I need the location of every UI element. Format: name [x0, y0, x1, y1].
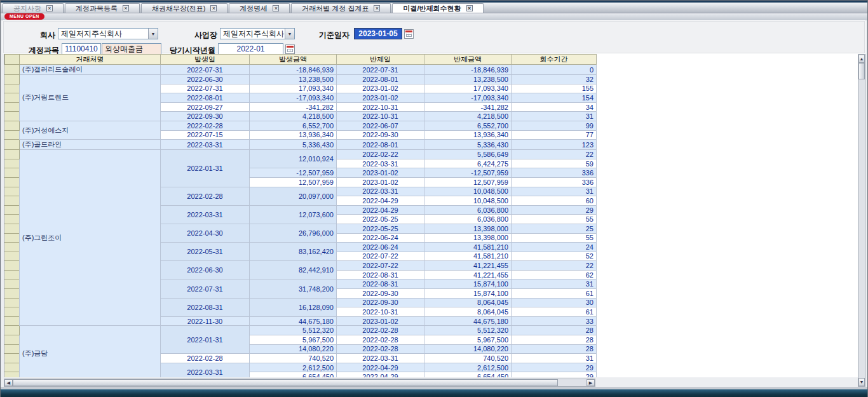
occur-amount-cell[interactable]: 5,512,320 [250, 326, 337, 335]
settle-date-cell[interactable]: 2022-06-24 [337, 233, 424, 243]
collection-days-cell[interactable]: 52 [512, 252, 597, 261]
row-header-cell[interactable] [5, 187, 20, 196]
base-date-input[interactable]: 2023-01-05 [354, 28, 402, 39]
settle-amount-cell[interactable]: 740,520 [424, 354, 512, 363]
tab-close-icon[interactable]: × [374, 5, 380, 11]
settle-date-cell[interactable]: 2022-07-31 [337, 65, 424, 75]
settle-amount-cell[interactable]: 6,036,800 [424, 215, 512, 224]
row-header-cell[interactable] [5, 261, 20, 271]
occur-amount-cell[interactable]: -18,846,939 [250, 65, 337, 75]
settle-date-cell[interactable]: 2022-02-22 [337, 150, 424, 159]
occur-date-cell[interactable]: 2022-01-31 [161, 150, 250, 187]
row-header-cell[interactable] [5, 372, 20, 377]
settle-amount-cell[interactable]: 15,874,100 [424, 279, 512, 289]
settle-amount-cell[interactable]: 5,512,320 [424, 326, 512, 335]
settle-amount-cell[interactable]: 8,064,045 [424, 307, 512, 317]
settle-amount-cell[interactable]: 2,612,500 [424, 363, 512, 372]
row-header-cell[interactable] [5, 205, 20, 215]
customer-name-cell[interactable]: (주)골드라인 [20, 140, 161, 150]
occur-amount-cell[interactable]: 14,080,220 [250, 344, 337, 354]
occur-amount-cell[interactable]: 16,128,090 [250, 298, 337, 316]
occur-date-cell[interactable]: 2022-08-31 [161, 298, 250, 316]
collection-days-cell[interactable]: 31 [512, 187, 597, 196]
collection-days-cell[interactable]: 29 [512, 205, 597, 215]
col-header-occur-date[interactable]: 발생일 [161, 55, 250, 65]
occur-amount-cell[interactable]: 83,162,420 [250, 243, 337, 261]
occur-date-cell[interactable]: 2022-03-31 [161, 363, 250, 377]
occur-amount-cell[interactable]: -341,282 [250, 102, 337, 112]
collection-days-cell[interactable]: 30 [512, 298, 597, 307]
settle-date-cell[interactable]: 2022-04-29 [337, 205, 424, 215]
chevron-down-icon[interactable]: ▼ [285, 29, 294, 39]
tab-6[interactable]: 미결/반제회수현황× [392, 3, 483, 13]
settle-amount-cell[interactable]: 5,586,649 [424, 150, 512, 159]
occur-date-cell[interactable]: 2022-09-27 [161, 102, 250, 112]
occur-amount-cell[interactable]: 20,097,000 [250, 187, 337, 205]
collection-days-cell[interactable]: 25 [512, 224, 597, 233]
row-header-cell[interactable] [5, 150, 20, 159]
settle-date-cell[interactable]: 2022-06-24 [337, 243, 424, 252]
collection-days-cell[interactable]: 33 [512, 316, 597, 326]
settle-date-cell[interactable]: 2023-01-02 [337, 93, 424, 103]
row-header-cell[interactable] [5, 354, 20, 363]
settle-date-cell[interactable]: 2022-08-31 [337, 279, 424, 289]
settle-date-cell[interactable]: 2022-09-30 [337, 289, 424, 299]
occur-amount-cell[interactable]: 5,336,430 [250, 140, 337, 150]
horizontal-scrollbar[interactable]: ◀ ▶ [4, 379, 595, 387]
vertical-scrollbar[interactable]: ▲ ▼ [858, 54, 865, 387]
settle-amount-cell[interactable]: 14,080,220 [424, 344, 512, 354]
tab-close-icon[interactable]: × [46, 5, 53, 11]
customer-name-cell[interactable]: (주)금담 [20, 326, 161, 377]
row-header-cell[interactable] [5, 215, 20, 224]
account-code-input[interactable]: 11100410 [62, 43, 101, 55]
occur-date-cell[interactable]: 2022-07-15 [161, 130, 250, 140]
table-row[interactable]: (주)골드라인2022-03-315,336,4302022-08-015,33… [5, 140, 597, 150]
customer-name-cell[interactable]: (주)갤러리드솔레이 [20, 65, 161, 75]
row-header-cell[interactable] [5, 243, 20, 252]
occur-amount-cell[interactable]: 26,796,000 [250, 224, 337, 242]
col-header-customer[interactable]: 거래처명 [20, 55, 161, 65]
occur-amount-cell[interactable]: 12,010,924 [250, 150, 337, 168]
row-header-cell[interactable] [5, 316, 20, 326]
settle-date-cell[interactable]: 2022-03-31 [337, 354, 424, 363]
collection-days-cell[interactable]: 61 [512, 289, 597, 299]
table-row[interactable]: (주)갤러리드솔레이2022-07-31-18,846,9392022-07-3… [5, 65, 597, 75]
occur-date-cell[interactable]: 2022-07-31 [161, 279, 250, 298]
occur-date-cell[interactable]: 2022-02-28 [161, 187, 250, 205]
occur-amount-cell[interactable]: -17,093,340 [250, 93, 337, 103]
settle-date-cell[interactable]: 2022-05-25 [337, 215, 424, 224]
tab-close-icon[interactable]: × [466, 5, 473, 11]
settle-amount-cell[interactable]: 10,048,500 [424, 187, 512, 196]
occur-date-cell[interactable]: 2022-01-31 [161, 326, 250, 354]
settle-date-cell[interactable]: 2023-01-02 [337, 177, 424, 187]
occur-date-cell[interactable]: 2022-02-28 [161, 121, 250, 130]
tab-close-icon[interactable]: × [273, 5, 279, 11]
table-row[interactable]: (주)그린조이2022-01-3112,010,9242022-02-225,5… [5, 150, 597, 159]
col-header-settle-date[interactable]: 반제일 [337, 55, 424, 65]
row-header-cell[interactable] [5, 326, 20, 335]
col-header-occur-amount[interactable]: 발생금액 [250, 55, 337, 65]
settle-amount-cell[interactable]: 4,218,500 [424, 112, 512, 121]
occur-amount-cell[interactable]: 82,442,910 [250, 261, 337, 279]
occur-amount-cell[interactable]: 4,218,500 [250, 112, 337, 121]
collection-days-cell[interactable]: 336 [512, 177, 597, 187]
row-header-cell[interactable] [5, 102, 20, 112]
calendar-icon[interactable] [404, 29, 414, 39]
horizontal-scroll-thumb[interactable] [13, 379, 558, 386]
settle-amount-cell[interactable]: 17,093,340 [424, 84, 512, 93]
customer-name-cell[interactable]: (주)거성에스지 [20, 121, 161, 139]
settle-date-cell[interactable]: 2022-10-31 [337, 102, 424, 112]
col-header-settle-amount[interactable]: 반제금액 [424, 55, 512, 65]
settle-date-cell[interactable]: 2022-05-25 [337, 224, 424, 233]
tab-3[interactable]: 채권채무장(전표)× [141, 3, 227, 13]
table-row[interactable]: (주)거성에스지2022-02-286,552,7002022-06-076,5… [5, 121, 597, 130]
settle-amount-cell[interactable]: 13,398,000 [424, 224, 512, 233]
row-header-cell[interactable] [5, 140, 20, 150]
collection-days-cell[interactable]: 123 [512, 140, 597, 150]
settle-amount-cell[interactable]: 41,581,210 [424, 252, 512, 261]
settle-amount-cell[interactable]: 6,552,700 [424, 121, 512, 130]
row-header-cell[interactable] [5, 130, 20, 140]
settle-date-cell[interactable]: 2022-06-07 [337, 121, 424, 130]
occur-amount-cell[interactable]: -12,507,959 [250, 168, 337, 178]
settle-date-cell[interactable]: 2022-04-29 [337, 363, 424, 372]
